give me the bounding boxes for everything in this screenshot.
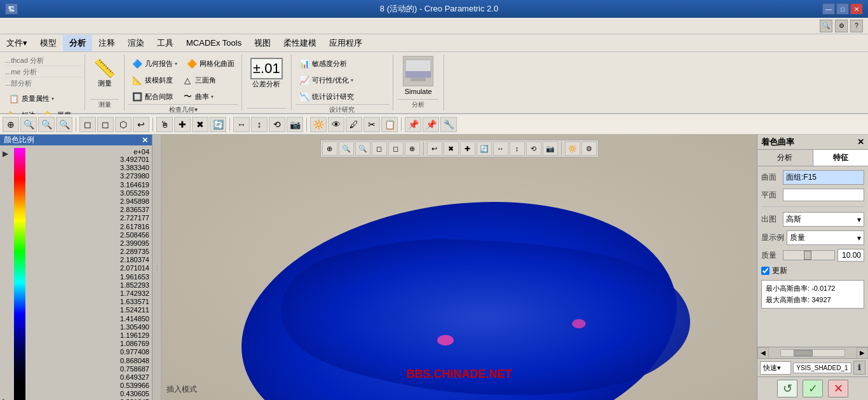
vp-btn-2[interactable]: 🔍	[339, 142, 354, 156]
ribbon-btn-curvature[interactable]: 〜 曲率▾	[179, 89, 217, 104]
resize-handle[interactable]: ⋮	[153, 135, 161, 400]
help-icon[interactable]: ?	[850, 20, 863, 32]
tb-btn-10[interactable]: ✚	[174, 117, 191, 132]
surface-value[interactable]: 面组:F15	[783, 170, 864, 185]
settings-icon[interactable]: ⚙	[835, 20, 848, 32]
quality-slider[interactable]	[783, 250, 835, 260]
menu-file[interactable]: 文件▾	[0, 35, 34, 51]
maximize-button[interactable]: □	[836, 3, 849, 15]
clearance-icon: 🔲	[132, 91, 143, 102]
tb-btn-8[interactable]: ↩	[133, 117, 149, 132]
app-icon-btn[interactable]: 🏗	[5, 3, 18, 15]
info-button[interactable]: ℹ	[853, 361, 865, 375]
tb-btn-7[interactable]: ⬡	[115, 117, 132, 132]
tab-analysis[interactable]: 分析	[757, 150, 813, 166]
menu-analysis[interactable]: 分析	[63, 35, 92, 51]
refresh-button[interactable]: ↺	[777, 380, 797, 397]
ribbon-btn-triangle[interactable]: △ 三面角	[179, 72, 219, 88]
vp-btn-7[interactable]: ↩	[427, 142, 442, 156]
vp-btn-9[interactable]: ✚	[460, 142, 475, 156]
menu-app[interactable]: 应用程序	[323, 35, 369, 51]
tb-btn-13[interactable]: ↔	[233, 117, 250, 132]
tb-btn-9[interactable]: 🖱	[156, 117, 173, 132]
tb-btn-11[interactable]: ✖	[192, 117, 208, 132]
tb-btn-5[interactable]: ◻	[79, 117, 96, 132]
scrollbar-track[interactable]	[780, 349, 845, 357]
vp-btn-16[interactable]: ⚙	[581, 142, 597, 156]
right-panel-close-button[interactable]: ✕	[857, 137, 864, 147]
analysis-name-field[interactable]: YSIS_SHADED_1	[793, 363, 851, 373]
quality-value[interactable]: 10.00	[837, 249, 864, 262]
search-icon[interactable]: 🔍	[820, 20, 832, 32]
tb-btn-24[interactable]: 🔧	[440, 117, 457, 132]
scrollbar-thumb[interactable]	[794, 350, 813, 356]
menu-mcadex[interactable]: MCADEx Tools	[180, 36, 248, 50]
color-panel-header: 颜色比例 ✕	[0, 135, 152, 145]
tb-btn-1[interactable]: ⊕	[3, 117, 19, 132]
vp-btn-5[interactable]: ◻	[388, 142, 403, 156]
legend-val-8: 2.617816	[28, 223, 149, 231]
scroll-right-button[interactable]: ▶	[857, 347, 868, 359]
tb-btn-16[interactable]: 📷	[287, 117, 303, 132]
tb-btn-15[interactable]: ⟲	[269, 117, 285, 132]
ribbon-btn-quality[interactable]: 📋 质量属性▾	[5, 91, 57, 106]
tb-btn-19[interactable]: 🖊	[346, 117, 362, 132]
color-panel-close-button[interactable]: ✕	[142, 136, 148, 145]
vp-sep-2	[561, 142, 562, 156]
tb-btn-12[interactable]: 🔄	[210, 117, 226, 132]
tb-btn-20[interactable]: ✂	[363, 117, 380, 132]
viewport[interactable]: ⊕ 🔍 🔍 ◻ ◻ ⊕ ↩ ✖ ✚ 🔄 ↔ ↕ ⟲ 📷 🔆 ⚙ 插入模式	[161, 135, 757, 400]
vp-btn-8[interactable]: ✖	[444, 142, 459, 156]
group-pretext3: ...部分析	[5, 79, 82, 88]
vp-btn-13[interactable]: ⟲	[526, 142, 541, 156]
tb-btn-4[interactable]: 🔍	[56, 117, 72, 132]
tb-btn-18[interactable]: 👁	[328, 117, 344, 132]
vp-btn-3[interactable]: 🔍	[355, 142, 370, 156]
arrow-up-button[interactable]: ▶	[3, 149, 11, 158]
menu-tools[interactable]: 工具	[151, 35, 180, 51]
tb-btn-6[interactable]: ◻	[97, 117, 114, 132]
ribbon-btn-clearance[interactable]: 🔲 配合间隙	[128, 89, 176, 104]
menu-flex[interactable]: 柔性建模	[277, 35, 323, 51]
ribbon-btn-feasibility[interactable]: 📈 可行性/优化▾	[295, 72, 356, 88]
show-dropdown[interactable]: 质量 ▾	[787, 230, 864, 245]
minimize-button[interactable]: —	[822, 3, 835, 15]
tab-feature[interactable]: 特征	[813, 150, 869, 166]
vp-btn-11[interactable]: ↔	[493, 142, 508, 156]
tb-btn-22[interactable]: 📌	[405, 117, 421, 132]
update-checkbox[interactable]	[761, 267, 770, 275]
scroll-left-button[interactable]: ◀	[757, 347, 769, 359]
ribbon-btn-sensitivity[interactable]: 📊 敏感度分析	[295, 56, 350, 71]
vp-btn-1[interactable]: ⊕	[322, 142, 337, 156]
quality-slider-thumb[interactable]	[804, 251, 811, 260]
vp-btn-6[interactable]: ⊕	[405, 142, 420, 156]
vp-btn-15[interactable]: 🔆	[565, 142, 580, 156]
arrow-down-button[interactable]: ▶	[3, 397, 11, 400]
plane-value[interactable]	[783, 189, 864, 201]
ok-button[interactable]: ✓	[803, 380, 823, 397]
cancel-button[interactable]: ✕	[828, 380, 848, 397]
ribbon-btn-draft[interactable]: 📐 拔模斜度	[128, 72, 176, 88]
menu-render[interactable]: 渲染	[121, 35, 151, 51]
ribbon-btn-tolerance[interactable]: ±.01 公差分析	[247, 56, 286, 91]
vp-btn-10[interactable]: 🔄	[477, 142, 492, 156]
menu-notes[interactable]: 注释	[92, 35, 121, 51]
vp-btn-14[interactable]: 📷	[543, 142, 558, 156]
close-button[interactable]: ✕	[850, 3, 863, 15]
tb-btn-14[interactable]: ↕	[251, 117, 268, 132]
menu-view[interactable]: 视图	[248, 35, 277, 51]
menu-model[interactable]: 模型	[34, 35, 63, 51]
bottom-dropdown[interactable]: 快速 ▾	[760, 361, 791, 375]
vp-btn-12[interactable]: ↕	[510, 142, 525, 156]
tb-btn-17[interactable]: 🔆	[310, 117, 327, 132]
display-dropdown[interactable]: 高斯 ▾	[783, 212, 864, 227]
tb-btn-23[interactable]: 📌	[423, 117, 439, 132]
ribbon-btn-mesh[interactable]: 🔶 网格化曲面	[183, 56, 238, 71]
ribbon-btn-stat-design[interactable]: 📉 统计设计研究	[295, 89, 357, 104]
tb-btn-21[interactable]: 📋	[381, 117, 398, 132]
tb-btn-3[interactable]: 🔍	[38, 117, 55, 132]
ribbon-btn-geo-report[interactable]: 🔷 几何报告▾	[128, 56, 180, 71]
vp-btn-4[interactable]: ◻	[372, 142, 387, 156]
tb-btn-2[interactable]: 🔍	[20, 117, 37, 132]
ribbon-btn-measure[interactable]: 📏 测量	[90, 56, 119, 90]
